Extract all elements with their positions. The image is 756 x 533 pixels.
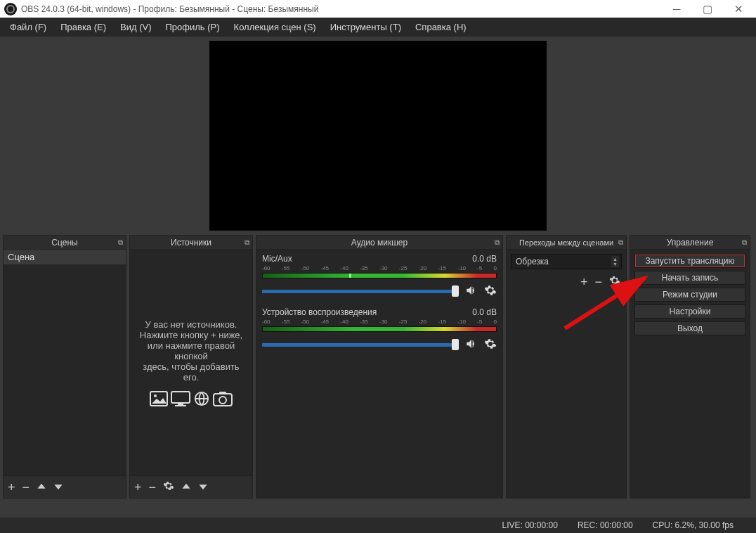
move-scene-down-button[interactable] [53, 481, 63, 494]
transitions-title: Переходы между сценами [519, 238, 613, 247]
popout-icon[interactable]: ⧉ [118, 238, 123, 247]
titlebar: OBS 24.0.3 (64-bit, windows) - Профиль: … [0, 0, 756, 18]
svg-point-1 [154, 394, 157, 397]
mixer-channel-name: Mic/Aux [262, 254, 292, 264]
menubar: Файл (F) Правка (E) Вид (V) Профиль (P) … [0, 18, 756, 37]
start-recording-button[interactable]: Начать запись [634, 271, 745, 285]
window-title: OBS 24.0.3 (64-bit, windows) - Профиль: … [21, 4, 670, 14]
source-properties-button[interactable] [163, 480, 174, 494]
remove-scene-button[interactable]: − [22, 481, 30, 494]
mixer-channel-name: Устройство воспроизведения [262, 307, 377, 317]
updown-icon: ▲▼ [611, 256, 619, 267]
close-button[interactable]: ✕ [732, 3, 745, 15]
minimize-button[interactable]: ─ [670, 3, 683, 15]
sources-empty-l2: Нажмите кнопку + ниже, [140, 330, 242, 340]
audio-meter [262, 326, 497, 332]
add-source-button[interactable]: + [134, 481, 142, 494]
transition-selected: Обрезка [516, 257, 549, 266]
scene-item[interactable]: Сцена [4, 250, 126, 264]
menu-file[interactable]: Файл (F) [3, 19, 53, 35]
menu-tools[interactable]: Инструменты (T) [323, 19, 408, 35]
maximize-button[interactable]: ▢ [701, 3, 714, 15]
mixer-scale: -60-55-50-45-40-35-30-25-20-15-10-50 [262, 319, 497, 325]
preview-area [0, 37, 756, 235]
mixer-channel-mic: Mic/Aux 0.0 dB -60-55-50-45-40-35-30-25-… [256, 251, 502, 304]
studio-mode-button[interactable]: Режим студии [634, 288, 745, 302]
move-source-down-button[interactable] [198, 481, 208, 494]
exit-button[interactable]: Выход [634, 321, 745, 335]
svg-rect-2 [171, 392, 190, 403]
preview-canvas[interactable] [209, 41, 547, 231]
controls-dock: Управление ⧉ Запустить трансляцию Начать… [630, 235, 750, 499]
statusbar: LIVE: 00:00:00 REC: 00:00:00 CPU: 6.2%, … [0, 518, 756, 533]
volume-slider[interactable] [262, 343, 459, 347]
transition-settings-button[interactable] [609, 275, 620, 288]
popout-icon[interactable]: ⧉ [245, 238, 249, 247]
mute-button[interactable] [464, 284, 478, 299]
scenes-dock: Сцены ⧉ Сцена + − [3, 235, 126, 499]
mixer-title: Аудио микшер [351, 238, 408, 248]
mixer-dock: Аудио микшер ⧉ Mic/Aux 0.0 dB -60-55-50-… [256, 235, 503, 499]
camera-source-icon [213, 391, 233, 406]
mixer-channel-desktop: Устройство воспроизведения 0.0 dB -60-55… [256, 304, 502, 358]
svg-rect-4 [175, 405, 186, 406]
channel-settings-button[interactable] [484, 284, 497, 299]
menu-scene-collection[interactable]: Коллекция сцен (S) [227, 19, 323, 35]
settings-button[interactable]: Настройки [634, 304, 745, 319]
image-source-icon [150, 391, 168, 406]
sources-empty-message: У вас нет источников. Нажмите кнопку + н… [130, 250, 252, 475]
move-scene-up-button[interactable] [37, 481, 46, 494]
mixer-channel-level: 0.0 dB [472, 307, 497, 317]
remove-transition-button[interactable]: − [594, 276, 602, 288]
menu-edit[interactable]: Правка (E) [53, 19, 113, 35]
controls-title: Управление [667, 238, 714, 248]
popout-icon[interactable]: ⧉ [495, 238, 500, 247]
menu-profile[interactable]: Профиль (P) [159, 19, 227, 35]
sources-dock: Источники ⧉ У вас нет источников. Нажмит… [129, 235, 253, 499]
display-source-icon [171, 391, 190, 406]
status-cpu: CPU: 6.2%, 30.00 fps [653, 520, 734, 530]
popout-icon[interactable]: ⧉ [742, 238, 747, 247]
sources-empty-l1: У вас нет источников. [145, 319, 237, 330]
status-rec: REC: 00:00:00 [578, 520, 633, 530]
svg-rect-7 [219, 392, 226, 394]
sources-title: Источники [171, 238, 211, 248]
browser-source-icon [193, 391, 210, 406]
audio-meter [262, 273, 497, 278]
sources-empty-l3: или нажмите правой кнопкой [136, 340, 247, 361]
add-scene-button[interactable]: + [8, 481, 15, 494]
status-live: LIVE: 00:00:00 [502, 520, 557, 530]
volume-slider[interactable] [262, 290, 459, 293]
add-transition-button[interactable]: + [580, 276, 588, 288]
mixer-scale: -60-55-50-45-40-35-30-25-20-15-10-50 [262, 265, 497, 271]
start-streaming-button[interactable]: Запустить трансляцию [634, 254, 745, 268]
remove-source-button[interactable]: − [149, 481, 157, 494]
mixer-channel-level: 0.0 dB [472, 254, 497, 264]
move-source-up-button[interactable] [181, 481, 191, 494]
svg-point-8 [219, 397, 226, 404]
menu-view[interactable]: Вид (V) [113, 19, 158, 35]
transitions-dock: Переходы между сценами ⧉ Обрезка ▲▼ + − [506, 235, 627, 499]
mute-button[interactable] [464, 338, 478, 352]
svg-rect-3 [178, 404, 183, 405]
popout-icon[interactable]: ⧉ [618, 238, 623, 247]
scenes-title: Сцены [51, 238, 77, 248]
transition-select[interactable]: Обрезка ▲▼ [511, 254, 622, 269]
channel-settings-button[interactable] [484, 338, 497, 352]
menu-help[interactable]: Справка (H) [408, 19, 474, 35]
obs-logo-icon [4, 3, 17, 15]
sources-empty-l4: здесь, чтобы добавить его. [136, 361, 247, 383]
